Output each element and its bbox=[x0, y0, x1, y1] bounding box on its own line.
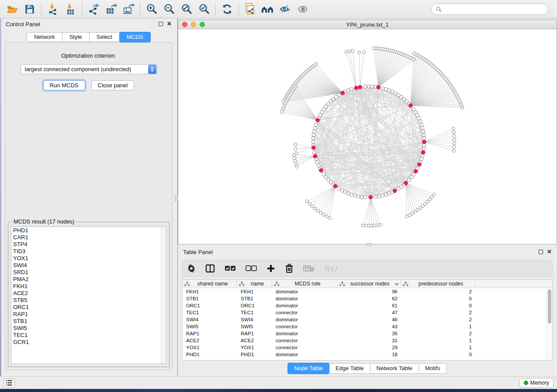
table-cell: 0 bbox=[401, 295, 475, 302]
select-all-icon[interactable] bbox=[225, 265, 236, 272]
table-row[interactable]: ACE2ACE2connector311 bbox=[183, 337, 552, 344]
mcds-result-item[interactable]: STB5 bbox=[11, 297, 166, 304]
tab-edge-table[interactable]: Edge Table bbox=[329, 363, 370, 374]
control-panel: Control Panel ✕ NetworkStyleSelectMCDS O… bbox=[1, 18, 176, 376]
mcds-result-item[interactable]: STB1 bbox=[11, 318, 166, 325]
table-cell: 62 bbox=[338, 295, 401, 302]
mcds-result-item[interactable]: SWI5 bbox=[11, 325, 166, 332]
open-file-icon[interactable] bbox=[3, 2, 21, 17]
hide-selected-icon[interactable] bbox=[277, 2, 294, 17]
table-scrollbar-thumb[interactable] bbox=[548, 289, 551, 323]
table-cell: dominator bbox=[272, 295, 338, 302]
mcds-result-item[interactable]: ACE2 bbox=[11, 290, 166, 297]
sort-desc-icon bbox=[394, 282, 399, 285]
table-row[interactable]: STB1STB1dominator620 bbox=[183, 295, 552, 302]
task-history-button[interactable] bbox=[3, 378, 15, 388]
table-row[interactable]: YOX1YOX1connector291 bbox=[183, 344, 552, 351]
column-header-MCDS-role[interactable]: MCDS role bbox=[272, 280, 338, 288]
table-cell: SWI5 bbox=[237, 323, 272, 330]
network-titlebar[interactable]: YPA_prune.txt_1 bbox=[178, 20, 557, 29]
mcds-result-item[interactable]: SWI4 bbox=[11, 262, 166, 269]
search-box[interactable] bbox=[431, 3, 548, 15]
mcds-result-item[interactable]: ORC1 bbox=[11, 304, 166, 311]
memory-button[interactable]: Memory bbox=[519, 378, 554, 388]
table-row[interactable]: ORC1ORC1dominator610 bbox=[183, 302, 552, 309]
tab-network-table[interactable]: Network Table bbox=[370, 363, 419, 374]
export-image-icon[interactable] bbox=[120, 2, 137, 17]
mcds-result-item[interactable]: PMA2 bbox=[11, 276, 166, 283]
export-table-icon[interactable] bbox=[102, 2, 120, 17]
network-graph[interactable] bbox=[178, 29, 557, 244]
toolbar-separator bbox=[140, 3, 140, 16]
import-table-icon[interactable] bbox=[62, 2, 79, 17]
add-row-icon[interactable] bbox=[266, 264, 275, 273]
mcds-result-list[interactable]: PHD1CAR1STP4TID3YOX1SWI4SRD1PMA2FKH1ACE2… bbox=[11, 227, 166, 364]
show-columns-icon[interactable] bbox=[205, 264, 215, 273]
table-cell: 2 bbox=[401, 330, 475, 337]
float-table-panel-icon[interactable] bbox=[539, 250, 543, 254]
table-row[interactable]: RAP1RAP1dominator352 bbox=[183, 330, 552, 337]
mcds-result-item[interactable]: YOX1 bbox=[11, 255, 166, 262]
new-network-from-selection-icon[interactable] bbox=[242, 2, 259, 17]
table-panel-title: Table Panel bbox=[183, 249, 213, 255]
column-header-name[interactable]: name bbox=[237, 280, 272, 288]
column-type-icon bbox=[403, 282, 408, 286]
table-row[interactable]: SWI5SWI5connector431 bbox=[183, 323, 552, 330]
mcds-result-item[interactable]: STP4 bbox=[11, 241, 166, 248]
float-panel-icon[interactable] bbox=[159, 22, 163, 26]
run-mcds-button[interactable]: Run MCDS bbox=[43, 80, 85, 90]
mcds-result-item[interactable]: FKH1 bbox=[11, 283, 166, 290]
column-header-successor-nodes[interactable]: successor nodes bbox=[338, 280, 401, 288]
zoom-out-icon[interactable] bbox=[160, 2, 178, 17]
zoom-selected-icon[interactable] bbox=[195, 2, 213, 17]
close-table-panel-icon[interactable]: ✕ bbox=[547, 250, 552, 254]
table-cell: 29 bbox=[338, 344, 401, 351]
mcds-result-item[interactable]: CAR1 bbox=[11, 234, 166, 241]
deselect-all-icon[interactable] bbox=[246, 265, 257, 272]
right-region: YPA_prune.txt_1 Table Panel ✕ bbox=[178, 18, 557, 376]
table-row[interactable]: PHD1PHD1dominator180 bbox=[183, 351, 552, 358]
delete-row-icon[interactable] bbox=[285, 264, 294, 273]
search-input[interactable] bbox=[444, 6, 544, 12]
table-cell: 35 bbox=[338, 330, 401, 337]
zoom-in-icon[interactable] bbox=[143, 2, 160, 17]
refresh-icon[interactable] bbox=[218, 2, 236, 17]
column-header-predecessor-nodes[interactable]: predecessor nodes bbox=[401, 280, 475, 288]
tab-motifs[interactable]: Motifs bbox=[419, 363, 447, 374]
table-row[interactable]: FKH1FKH1dominator962 bbox=[183, 288, 552, 295]
export-network-icon[interactable] bbox=[85, 2, 102, 17]
mcds-result-item[interactable]: SRD1 bbox=[11, 269, 166, 276]
mcds-list-scrollbar[interactable] bbox=[161, 227, 166, 364]
control-tabs: NetworkStyleSelectMCDS bbox=[1, 32, 176, 42]
import-network-icon[interactable] bbox=[44, 2, 62, 17]
delete-table-icon[interactable] bbox=[303, 265, 315, 272]
function-builder-icon[interactable]: f(x) bbox=[324, 264, 337, 273]
table-cell: 31 bbox=[338, 337, 401, 344]
tab-network[interactable]: Network bbox=[27, 32, 62, 42]
network-canvas[interactable] bbox=[178, 29, 557, 244]
zoom-fit-icon[interactable] bbox=[178, 2, 195, 17]
table-cell: 2 bbox=[401, 309, 475, 316]
table-cell: YOX1 bbox=[183, 344, 237, 351]
table-scrollbar[interactable] bbox=[547, 289, 552, 360]
tab-node-table[interactable]: Node Table bbox=[287, 363, 329, 374]
table-row[interactable]: TEC1TEC1connector472 bbox=[183, 309, 552, 316]
mcds-result-item[interactable]: RAP1 bbox=[11, 311, 166, 318]
table-settings-icon[interactable] bbox=[187, 264, 196, 273]
first-neighbors-icon[interactable] bbox=[259, 2, 277, 17]
tab-style[interactable]: Style bbox=[62, 32, 90, 42]
mcds-result-item[interactable]: GCR1 bbox=[11, 339, 166, 346]
mcds-result-item[interactable]: TEC1 bbox=[11, 332, 166, 339]
tab-select[interactable]: Select bbox=[90, 32, 120, 42]
mcds-result-item[interactable]: TID3 bbox=[11, 248, 166, 255]
show-all-icon[interactable] bbox=[294, 2, 311, 17]
close-panel-icon[interactable]: ✕ bbox=[167, 22, 172, 26]
save-session-icon[interactable] bbox=[21, 2, 38, 17]
tab-mcds[interactable]: MCDS bbox=[119, 32, 151, 42]
close-panel-button[interactable]: Close panel bbox=[91, 80, 135, 90]
table-cell: ACE2 bbox=[183, 337, 237, 344]
mcds-result-item[interactable]: PHD1 bbox=[11, 227, 166, 234]
column-header-shared-name[interactable]: shared name bbox=[183, 280, 237, 288]
table-row[interactable]: SWI4SWI4dominator462 bbox=[183, 316, 552, 323]
optimization-criterion-dropdown[interactable]: largest connected component (undirected) bbox=[21, 64, 157, 74]
